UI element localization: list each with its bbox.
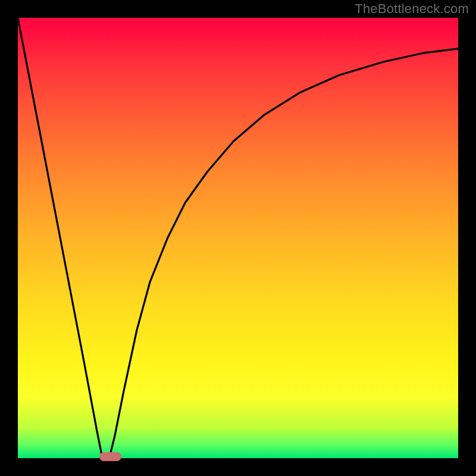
plot-area — [18, 18, 458, 458]
optimum-marker — [99, 452, 121, 461]
chart-frame: TheBottleneck.com — [0, 0, 476, 476]
curve-svg — [18, 18, 458, 458]
bottleneck-curve — [18, 18, 458, 458]
attribution-text: TheBottleneck.com — [355, 1, 469, 17]
